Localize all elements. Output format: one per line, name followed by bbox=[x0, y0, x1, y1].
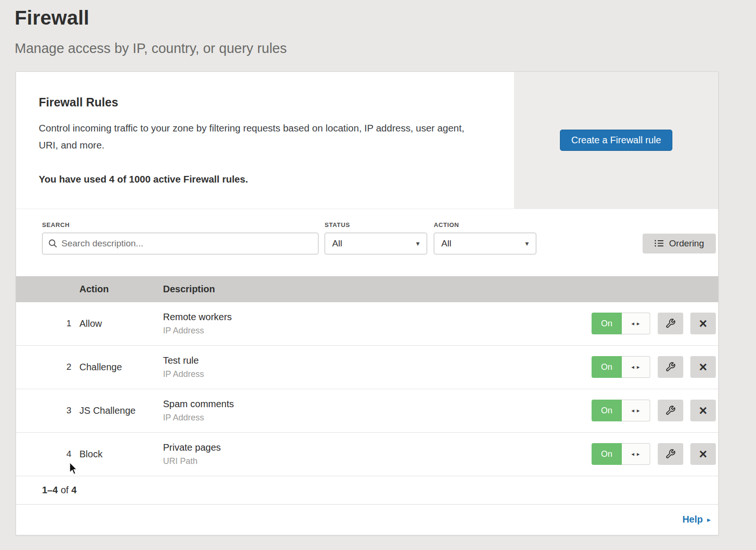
rule-controls: On ◂ ▸ × bbox=[592, 443, 716, 465]
rule-number: 2 bbox=[16, 362, 79, 372]
pagination: 1–4 of 4 bbox=[16, 476, 718, 505]
rule-action: JS Challenge bbox=[79, 405, 163, 416]
table-row: 3 JS Challenge Spam comments IP Address … bbox=[16, 389, 718, 433]
card-footer: Help ▸ bbox=[16, 505, 718, 535]
close-icon: × bbox=[699, 317, 707, 331]
delete-rule-button[interactable]: × bbox=[690, 400, 716, 421]
configure-rule-button[interactable] bbox=[658, 313, 683, 334]
delete-rule-button[interactable]: × bbox=[690, 443, 716, 465]
toggle-on-label: On bbox=[592, 356, 622, 378]
rule-match-type: IP Address bbox=[163, 369, 592, 379]
rule-controls: On ◂ ▸ × bbox=[592, 400, 716, 421]
card-heading: Firewall Rules bbox=[39, 96, 486, 109]
action-select[interactable]: All ▾ bbox=[434, 233, 536, 254]
toggle-on-label: On bbox=[592, 443, 622, 465]
help-link-label: Help bbox=[682, 514, 703, 525]
page-header: Firewall Manage access by IP, country, o… bbox=[0, 0, 756, 56]
table-row: 4 Block Private pages URI Path On ◂ ▸ × bbox=[16, 433, 718, 476]
delete-rule-button[interactable]: × bbox=[690, 313, 716, 334]
rules-usage-text: You have used 4 of 1000 active Firewall … bbox=[39, 174, 486, 190]
rule-description: Remote workers bbox=[163, 312, 592, 323]
rule-number: 1 bbox=[16, 318, 79, 329]
card-action-panel: Create a Firewall rule bbox=[514, 72, 718, 209]
drag-handle-icon[interactable]: ◂ ▸ bbox=[622, 400, 650, 421]
table-header: Action Description bbox=[16, 276, 718, 302]
action-filter-group: ACTION All ▾ bbox=[434, 221, 536, 254]
rule-number: 3 bbox=[16, 405, 79, 416]
chevron-down-icon: ▾ bbox=[416, 239, 420, 248]
rule-description: Spam comments bbox=[163, 399, 592, 410]
rule-number: 4 bbox=[16, 449, 79, 459]
page-title: Firewall bbox=[15, 7, 756, 29]
action-label: ACTION bbox=[434, 221, 536, 228]
delete-rule-button[interactable]: × bbox=[690, 356, 716, 378]
rule-description: Private pages bbox=[163, 442, 592, 453]
rule-match-type: IP Address bbox=[163, 326, 592, 336]
action-column-header: Action bbox=[79, 284, 163, 295]
pagination-total: 4 bbox=[71, 485, 77, 496]
ordering-button-label: Ordering bbox=[669, 238, 704, 249]
search-input[interactable] bbox=[61, 238, 312, 249]
firewall-rules-card: Firewall Rules Control incoming traffic … bbox=[16, 71, 719, 535]
toggle-on-label: On bbox=[592, 400, 622, 421]
help-link[interactable]: Help ▸ bbox=[682, 514, 711, 525]
filters-bar: SEARCH STATUS All ▾ ACTION All ▾ bbox=[16, 209, 718, 276]
rule-controls: On ◂ ▸ × bbox=[592, 356, 716, 378]
rule-status-toggle[interactable]: On ◂ ▸ bbox=[592, 400, 650, 421]
card-description: Control incoming traffic to your zone by… bbox=[39, 120, 486, 154]
rule-description-cell: Spam comments IP Address bbox=[163, 399, 592, 423]
ordering-list-icon bbox=[654, 239, 664, 247]
wrench-icon bbox=[665, 405, 676, 416]
status-select[interactable]: All ▾ bbox=[325, 233, 427, 254]
rule-controls: On ◂ ▸ × bbox=[592, 313, 716, 334]
search-field bbox=[42, 233, 318, 254]
pagination-range: 1–4 bbox=[42, 485, 58, 496]
wrench-icon bbox=[665, 362, 676, 372]
drag-handle-icon[interactable]: ◂ ▸ bbox=[622, 443, 650, 465]
drag-handle-icon[interactable]: ◂ ▸ bbox=[622, 313, 650, 334]
card-intro-section: Firewall Rules Control incoming traffic … bbox=[16, 72, 718, 209]
help-arrow-icon: ▸ bbox=[707, 515, 711, 524]
search-filter-group: SEARCH bbox=[42, 221, 318, 254]
chevron-down-icon: ▾ bbox=[525, 239, 529, 248]
rule-action: Allow bbox=[79, 318, 163, 329]
status-selected-value: All bbox=[332, 238, 342, 249]
rule-match-type: URI Path bbox=[163, 456, 592, 466]
description-column-header: Description bbox=[163, 284, 718, 295]
search-icon bbox=[48, 239, 58, 248]
rule-description: Test rule bbox=[163, 355, 592, 366]
table-row: 2 Challenge Test rule IP Address On ◂ ▸ … bbox=[16, 346, 718, 389]
ordering-button[interactable]: Ordering bbox=[643, 234, 716, 253]
close-icon: × bbox=[699, 360, 707, 374]
rule-status-toggle[interactable]: On ◂ ▸ bbox=[592, 443, 650, 465]
wrench-icon bbox=[665, 449, 676, 459]
page-subtitle: Manage access by IP, country, or query r… bbox=[15, 41, 756, 56]
rule-description-cell: Test rule IP Address bbox=[163, 355, 592, 379]
close-icon: × bbox=[699, 447, 707, 461]
configure-rule-button[interactable] bbox=[658, 356, 683, 378]
action-selected-value: All bbox=[441, 238, 451, 249]
rule-description-cell: Private pages URI Path bbox=[163, 442, 592, 466]
rule-description-cell: Remote workers IP Address bbox=[163, 312, 592, 336]
pagination-of: of bbox=[60, 485, 69, 496]
close-icon: × bbox=[699, 404, 707, 418]
table-row: 1 Allow Remote workers IP Address On ◂ ▸… bbox=[16, 302, 718, 346]
status-filter-group: STATUS All ▾ bbox=[325, 221, 427, 254]
rule-action: Challenge bbox=[79, 362, 163, 373]
status-label: STATUS bbox=[325, 221, 427, 228]
configure-rule-button[interactable] bbox=[658, 400, 683, 421]
configure-rule-button[interactable] bbox=[658, 443, 683, 465]
rule-match-type: IP Address bbox=[163, 413, 592, 423]
wrench-icon bbox=[665, 318, 676, 329]
rule-action: Block bbox=[79, 449, 163, 460]
rule-status-toggle[interactable]: On ◂ ▸ bbox=[592, 356, 650, 378]
search-label: SEARCH bbox=[42, 221, 318, 228]
create-firewall-rule-button[interactable]: Create a Firewall rule bbox=[560, 130, 672, 151]
card-intro-text: Firewall Rules Control incoming traffic … bbox=[16, 72, 514, 209]
toggle-on-label: On bbox=[592, 313, 622, 334]
drag-handle-icon[interactable]: ◂ ▸ bbox=[622, 356, 650, 378]
rule-status-toggle[interactable]: On ◂ ▸ bbox=[592, 313, 650, 334]
